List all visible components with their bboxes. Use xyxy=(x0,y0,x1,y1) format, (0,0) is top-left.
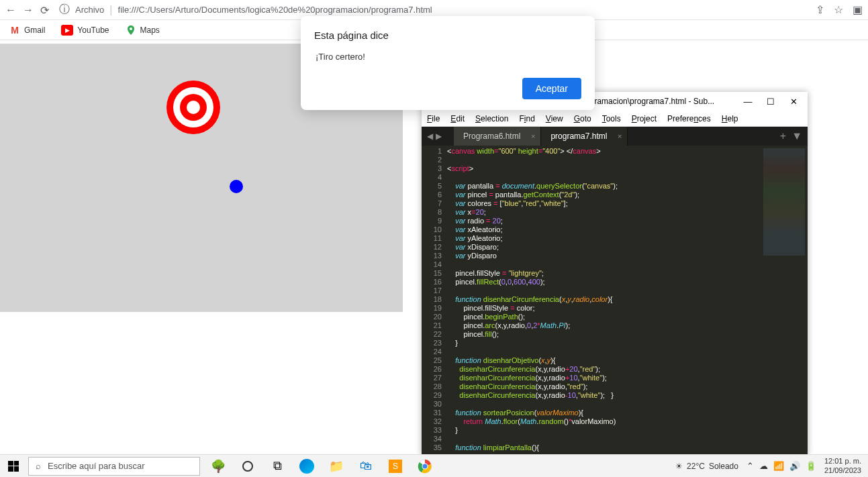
taskbar-explorer[interactable]: 📁 xyxy=(322,455,350,478)
alert-dialog: Esta página dice ¡Tiro certero! Aceptar xyxy=(301,16,595,110)
menu-help[interactable]: Help xyxy=(722,114,738,123)
sublime-menubar: File Edit Selection Find View Goto Tools… xyxy=(422,111,808,127)
tab-prev-icon[interactable]: ◀ xyxy=(427,131,433,141)
target-shape xyxy=(166,81,220,134)
close-button[interactable]: ✕ xyxy=(785,95,802,107)
clock-date: 21/09/2023 xyxy=(824,466,861,475)
svg-point-0 xyxy=(130,28,132,30)
tab-nav: ◀ ▶ xyxy=(422,131,454,141)
bookmark-maps[interactable]: Maps xyxy=(126,25,160,36)
nav-buttons: ← → ⟳ xyxy=(5,4,52,16)
tray-volume-icon[interactable]: 🔊 xyxy=(789,461,800,471)
sublime-body: 1234567891011121314151617181920212223242… xyxy=(422,146,808,456)
bookmark-gmail[interactable]: M Gmail xyxy=(9,25,45,36)
taskbar-taskview[interactable]: ⧉ xyxy=(263,455,291,478)
code-editor[interactable]: <canvas width="600" height="400"> </canv… xyxy=(447,146,761,456)
windows-taskbar: ⌕ Escribe aquí para buscar 🌳 ⧉ 📁 🛍 S ☀ 2… xyxy=(0,454,868,477)
extensions-icon[interactable]: ▣ xyxy=(853,3,863,16)
tab-right-controls: + ▼ xyxy=(775,130,808,142)
taskbar-cortana[interactable] xyxy=(234,455,262,478)
sun-icon: ☀ xyxy=(675,462,683,471)
taskbar-clock[interactable]: 12:01 p. m. 21/09/2023 xyxy=(824,457,861,474)
alert-message: ¡Tiro certero! xyxy=(314,52,581,62)
weather-widget[interactable]: ☀ 22°C Soleado xyxy=(675,462,738,471)
bookmark-label: YouTube xyxy=(77,25,109,35)
windows-logo-icon xyxy=(8,461,19,472)
tray-onedrive-icon[interactable]: ☁ xyxy=(759,461,768,471)
maps-icon xyxy=(126,25,136,36)
tab-next-icon[interactable]: ▶ xyxy=(436,131,442,141)
taskbar-search[interactable]: ⌕ Escribe aquí para buscar xyxy=(28,457,200,476)
tab-close-icon[interactable]: × xyxy=(618,132,622,140)
clock-time: 12:01 p. m. xyxy=(824,457,861,466)
archivo-label: Archivo xyxy=(75,5,104,15)
tab-add-icon[interactable]: + xyxy=(780,130,786,142)
menu-tools[interactable]: Tools xyxy=(602,114,621,123)
taskbar-apps: 🌳 ⧉ 📁 🛍 S xyxy=(204,455,439,478)
menu-edit[interactable]: Edit xyxy=(450,114,465,123)
menu-selection[interactable]: Selection xyxy=(475,114,508,123)
tray-battery-icon[interactable]: 🔋 xyxy=(806,461,816,471)
taskbar-sublime[interactable]: S xyxy=(381,455,409,478)
tray-chevron-icon[interactable]: ⌃ xyxy=(746,461,754,471)
site-info-icon[interactable]: ⓘ xyxy=(59,3,70,17)
menu-preferences[interactable]: Preferences xyxy=(667,114,711,123)
bookmark-youtube[interactable]: ▶ YouTube xyxy=(61,25,109,36)
weather-temp: 22°C xyxy=(687,462,705,471)
tab-label: Programa6.html xyxy=(463,131,520,141)
bookmark-label: Gmail xyxy=(24,25,45,35)
maximize-button[interactable]: ☐ xyxy=(762,95,779,107)
menu-find[interactable]: Find xyxy=(519,114,534,123)
minimap[interactable] xyxy=(761,146,808,456)
search-placeholder: Escribe aquí para buscar xyxy=(48,461,145,471)
tab-programa7[interactable]: programa7.html × xyxy=(541,127,628,146)
weather-text: Soleado xyxy=(709,462,738,471)
taskbar-chrome[interactable] xyxy=(411,455,439,478)
tab-label: programa7.html xyxy=(550,131,607,141)
sublime-window: S C:\Users\Arturo\Documents\logica de pr… xyxy=(422,92,808,456)
line-gutter: 1234567891011121314151617181920212223242… xyxy=(422,146,447,456)
bookmark-star-icon[interactable]: ☆ xyxy=(834,3,843,16)
blue-shot-dot xyxy=(230,180,243,193)
minimize-button[interactable]: — xyxy=(739,95,757,107)
search-icon: ⌕ xyxy=(36,461,41,471)
tab-dropdown-icon[interactable]: ▼ xyxy=(791,130,802,142)
taskbar-store[interactable]: 🛍 xyxy=(352,455,380,478)
youtube-icon: ▶ xyxy=(61,25,73,36)
divider: | xyxy=(109,4,112,16)
forward-button[interactable]: → xyxy=(23,4,35,16)
tab-close-icon[interactable]: × xyxy=(531,132,535,140)
menu-project[interactable]: Project xyxy=(632,114,657,123)
gmail-icon: M xyxy=(9,25,20,36)
alert-title: Esta página dice xyxy=(314,30,581,41)
taskbar-widget[interactable]: 🌳 xyxy=(204,455,232,478)
bookmark-label: Maps xyxy=(140,25,160,35)
svg-point-4 xyxy=(423,464,428,468)
tab-programa6[interactable]: Programa6.html × xyxy=(454,127,541,146)
system-tray: ☀ 22°C Soleado ⌃ ☁ 📶 🔊 🔋 12:01 p. m. 21/… xyxy=(675,457,868,474)
tray-wifi-icon[interactable]: 📶 xyxy=(773,461,784,471)
menu-file[interactable]: File xyxy=(427,114,440,123)
start-button[interactable] xyxy=(0,455,27,478)
reload-button[interactable]: ⟳ xyxy=(40,4,52,16)
alert-actions: Aceptar xyxy=(314,78,581,99)
share-icon[interactable]: ⇪ xyxy=(816,3,824,16)
back-button[interactable]: ← xyxy=(5,4,17,16)
menu-view[interactable]: View xyxy=(546,114,563,123)
address-bar[interactable]: ⓘ Archivo | file:///C:/Users/Arturo/Docu… xyxy=(59,3,809,17)
url-text: file:///C:/Users/Arturo/Documents/logica… xyxy=(118,5,432,15)
sublime-tabs: ◀ ▶ Programa6.html × programa7.html × + … xyxy=(422,127,808,146)
menu-goto[interactable]: Goto xyxy=(574,114,591,123)
taskbar-edge[interactable] xyxy=(293,455,321,478)
alert-ok-button[interactable]: Aceptar xyxy=(522,78,581,99)
toolbar-right: ⇪ ☆ ▣ xyxy=(816,3,863,16)
